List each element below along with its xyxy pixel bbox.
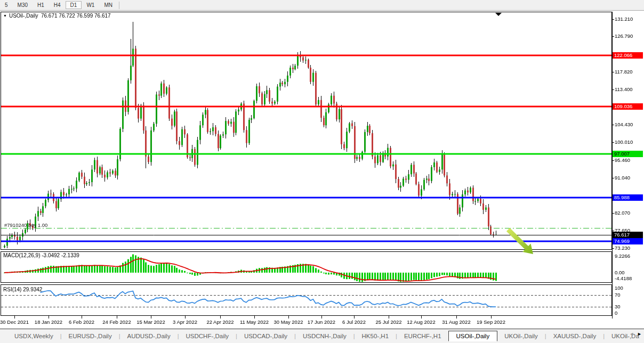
- date-tick-label: 22 Apr 2022: [206, 319, 234, 325]
- date-tick-label: 18 Jan 2022: [35, 319, 62, 325]
- date-tick-label: 30 Dec 2021: [0, 319, 29, 325]
- date-tick-label: 6 Feb 2022: [69, 319, 94, 325]
- timeframe-button-mn[interactable]: MN: [99, 1, 117, 9]
- tab-scroll-right-icon[interactable]: ►: [637, 331, 642, 337]
- rsi-axis-label: 100: [615, 285, 623, 291]
- chart-scroll-marker-icon[interactable]: [495, 13, 502, 16]
- symbol-tab-usdx-weekly[interactable]: USDX,Weekly: [7, 331, 60, 341]
- price-tick-label: 95.460: [615, 157, 630, 163]
- price-tick-label: 73.230: [615, 245, 630, 251]
- symbol-tab-usdchf-daily[interactable]: USDCHF-,Daily: [179, 331, 236, 341]
- price-tick-label: 113.400: [615, 86, 633, 92]
- chart-ohlc-values: 76.671 76.722 76.599 76.617: [41, 13, 111, 19]
- price-tick-label: 91.040: [615, 175, 630, 181]
- trading-platform-window: 5M30H1H4D1W1MN ▼USOil-,Daily 76.671 76.7…: [0, 0, 644, 343]
- price-tick-label: 100.010: [615, 139, 633, 145]
- symbol-tab-hk50-h1[interactable]: HK50-,H1: [355, 331, 396, 341]
- symbol-tab-audusd-daily[interactable]: AUDUSD-,Daily: [120, 331, 178, 341]
- price-level-badge: 74.969: [613, 238, 643, 244]
- macd-indicator-label: MACD(12,26,9) -3.0492 -2.1339: [3, 252, 79, 258]
- rsi-indicator-label: RSI(14) 29.9342: [3, 287, 42, 292]
- tab-scroll-left-icon[interactable]: ◄: [629, 331, 634, 337]
- date-tick-label: 17 Jun 2022: [308, 319, 335, 325]
- date-tick-label: 12 Aug 2022: [407, 319, 435, 325]
- price-chart-canvas[interactable]: [0, 0, 644, 343]
- open-order-label: #7910240 buy 1.00: [4, 222, 47, 228]
- title-dropdown-icon[interactable]: ▼: [3, 14, 7, 18]
- timeframe-button-5[interactable]: 5: [0, 1, 13, 9]
- timeframe-button-d1[interactable]: D1: [66, 1, 82, 9]
- symbol-tab-usdcad-daily[interactable]: USDCAD-,Daily: [237, 331, 294, 341]
- date-tick-label: 11 May 2022: [240, 319, 269, 325]
- timeframe-button-h4[interactable]: H4: [49, 1, 66, 9]
- date-tick-label: 3 Apr 2022: [173, 319, 197, 325]
- timeframe-button-w1[interactable]: W1: [82, 1, 99, 9]
- price-level-badge: 76.617: [613, 232, 643, 238]
- symbol-tab-eurusd-daily[interactable]: EURUSD-,Daily: [62, 331, 119, 341]
- date-tick-label: 19 Sep 2022: [477, 319, 505, 325]
- price-level-badge: 122.066: [613, 52, 643, 59]
- price-tick-label: 126.790: [615, 33, 633, 39]
- tab-scroll-arrows: ◄ ►: [629, 331, 642, 337]
- macd-axis-label: 9.2266: [615, 253, 630, 259]
- date-tick-label: 31 Aug 2022: [442, 319, 470, 325]
- symbol-tab-bar: USDX,Weekly|EURUSD-,Daily|AUDUSD-,Daily|…: [0, 329, 644, 343]
- macd-axis-label: 0.00: [615, 270, 625, 275]
- date-tick-label: 15 Mar 2022: [136, 319, 165, 325]
- rsi-axis-label: 30: [615, 304, 621, 309]
- date-tick-label: 24 Feb 2022: [102, 319, 131, 325]
- timeframe-button-h1[interactable]: H1: [33, 1, 49, 9]
- date-tick-label: 25 Jul 2022: [375, 319, 401, 325]
- timeframe-toolbar: 5M30H1H4D1W1MN: [0, 0, 644, 11]
- price-level-badge: 97.007: [613, 151, 643, 157]
- price-level-badge: 85.988: [613, 194, 643, 201]
- toolbar-separator: [119, 2, 119, 9]
- chart-title: ▼USOil-,Daily 76.671 76.722 76.599 76.61…: [3, 13, 111, 19]
- rsi-axis-label: 70: [615, 292, 621, 298]
- chart-symbol-label: USOil-,Daily: [9, 13, 38, 19]
- symbol-tab-usoil-daily[interactable]: USOil-,Daily: [448, 331, 498, 341]
- timeframe-button-m30[interactable]: M30: [13, 1, 33, 9]
- price-tick-label: 131.210: [615, 16, 633, 22]
- symbol-tab-eurchf-h1[interactable]: EURCHF-,H1: [397, 331, 448, 341]
- symbol-tab-usdcnh-daily[interactable]: USDCNH-,Daily: [296, 331, 353, 341]
- macd-axis-label: -4.4188: [615, 275, 632, 281]
- price-tick-label: 104.430: [615, 121, 633, 127]
- rsi-axis-label: 0: [615, 310, 617, 316]
- price-level-badge: 109.036: [613, 103, 643, 110]
- price-tick-label: 82.070: [615, 210, 630, 216]
- symbol-tab-ukoil-daily[interactable]: UKOil-,Daily: [497, 331, 545, 341]
- symbol-tab-xauusd-daily[interactable]: XAUUSD-,Daily: [546, 331, 603, 341]
- date-tick-label: 30 May 2022: [274, 319, 303, 325]
- date-tick-label: 6 Jul 2022: [342, 319, 366, 325]
- price-tick-label: 117.820: [615, 69, 633, 75]
